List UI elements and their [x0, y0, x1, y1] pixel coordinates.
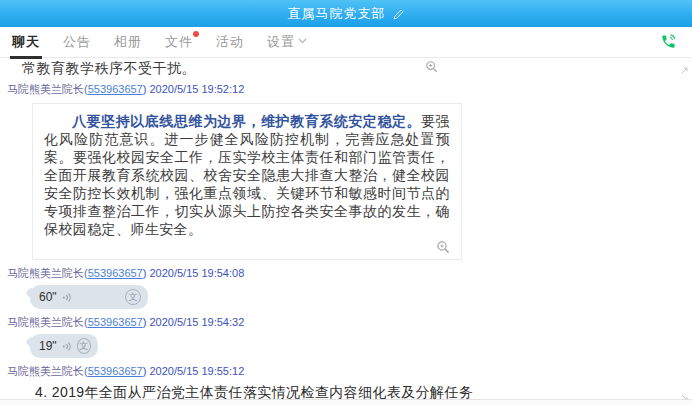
chat-history-panel[interactable]: 常教育教学秩序不受干扰。 马院熊美兰院长(553963657) 2020/5/1…: [0, 58, 692, 399]
tab-album[interactable]: 相册: [112, 27, 144, 58]
tab-files-label: 文件: [165, 34, 193, 49]
edit-group-name-icon[interactable]: [392, 8, 405, 21]
chat-window: 直属马院党支部 聊天 公告 相册 文件 活动 设置 常教育教学秩序不受干扰。: [0, 0, 692, 405]
window-titlebar: 直属马院党支部: [0, 0, 692, 27]
sender-qq-link[interactable]: 553963657: [88, 365, 143, 377]
message-time: 2020/5/15 19:55:12: [149, 365, 244, 377]
scroll-up-corner-icon[interactable]: [680, 61, 689, 79]
message-header: 马院熊美兰院长(553963657) 2020/5/15 19:54:32: [7, 316, 692, 329]
chevron-down-icon: [298, 32, 307, 47]
paren-close: ): [143, 267, 147, 279]
message-body: 要强化风险防范意识。进一步健全风险防控机制，完善应急处置预案。要强化校园安全工作…: [44, 113, 450, 237]
paren-close: ): [143, 365, 147, 377]
voice-message-bubble[interactable]: 60" 文: [30, 285, 148, 309]
sender-name: 马院熊美兰院长: [7, 267, 84, 279]
tab-settings-label: 设置: [267, 34, 295, 49]
tab-album-label: 相册: [114, 34, 142, 49]
message-text: 八要坚持以底线思维为边界，维护教育系统安定稳定。要强化风险防范意识。进一步健全风…: [44, 112, 450, 238]
tab-bar: 聊天 公告 相册 文件 活动 设置: [0, 27, 692, 58]
voice-call-button[interactable]: [658, 32, 678, 52]
tab-activities[interactable]: 活动: [214, 27, 246, 58]
tab-settings[interactable]: 设置: [265, 26, 309, 58]
bottom-divider: [0, 399, 692, 405]
tab-files[interactable]: 文件: [163, 27, 195, 58]
sender-qq-link[interactable]: 553963657: [88, 316, 143, 328]
voice-volume-icon: [62, 292, 73, 303]
message-time: 2020/5/15 19:52:12: [149, 83, 244, 95]
page-title: 直属马院党支部: [288, 5, 386, 23]
text-message: 4. 2019年全面从严治党主体责任落实情况检查内容细化表及分解任务: [35, 384, 692, 399]
partial-message-text: 常教育教学秩序不受干扰。: [22, 60, 196, 76]
voice-duration: 19": [39, 339, 57, 353]
phone-call-icon: [658, 32, 678, 52]
message-time: 2020/5/15 19:54:32: [149, 316, 244, 328]
partial-message-row: 常教育教学秩序不受干扰。: [22, 60, 438, 76]
magnifier-plus-icon[interactable]: [436, 240, 450, 254]
message-header: 马院熊美兰院长(553963657) 2020/5/15 19:52:12: [7, 83, 692, 96]
paren-close: ): [143, 83, 147, 95]
voice-to-text-icon[interactable]: 文: [77, 338, 91, 354]
message-header: 马院熊美兰院长(553963657) 2020/5/15 19:54:08: [7, 267, 692, 280]
sender-name: 马院熊美兰院长: [7, 316, 84, 328]
voice-to-text-icon[interactable]: 文: [125, 289, 141, 305]
voice-volume-icon: [62, 341, 73, 352]
tab-chat[interactable]: 聊天: [10, 27, 42, 58]
message-lead: 八要坚持以底线思维为边界，维护教育系统安定稳定。: [72, 113, 421, 129]
voice-duration: 60": [39, 290, 57, 304]
tab-announcement-label: 公告: [63, 34, 91, 49]
unread-dot: [193, 31, 199, 37]
magnifier-plus-icon[interactable]: [425, 60, 438, 73]
tab-activities-label: 活动: [216, 34, 244, 49]
tab-announcement[interactable]: 公告: [61, 27, 93, 58]
paren-close: ): [143, 316, 147, 328]
sender-qq-link[interactable]: 553963657: [88, 267, 143, 279]
tab-chat-label: 聊天: [12, 34, 40, 49]
sender-qq-link[interactable]: 553963657: [88, 83, 143, 95]
sender-name: 马院熊美兰院长: [7, 83, 84, 95]
message-card: 八要坚持以底线思维为边界，维护教育系统安定稳定。要强化风险防范意识。进一步健全风…: [32, 103, 462, 260]
sender-name: 马院熊美兰院长: [7, 365, 84, 377]
message-time: 2020/5/15 19:54:08: [149, 267, 244, 279]
voice-message-bubble[interactable]: 19" 文: [30, 334, 98, 358]
message-header: 马院熊美兰院长(553963657) 2020/5/15 19:55:12: [7, 365, 692, 378]
